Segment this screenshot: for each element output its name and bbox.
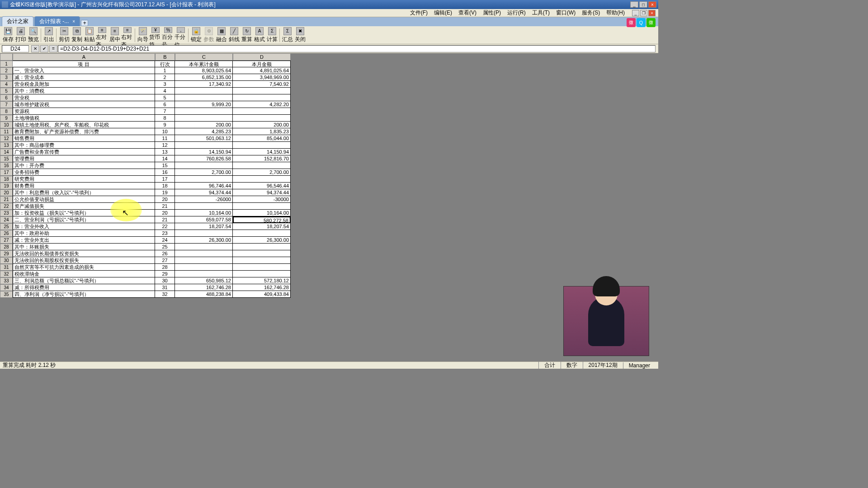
cell-mtd[interactable]	[233, 142, 291, 149]
cell-ytd[interactable]: 760,826.58	[175, 155, 233, 162]
cell-mtd[interactable]	[233, 264, 291, 271]
cell-item[interactable]: 公允价值变动损益	[13, 196, 155, 203]
cell-item[interactable]: 教育费附加、矿产资源补偿费、排污费	[13, 128, 155, 135]
cell-line[interactable]: 20	[155, 196, 175, 203]
cell-ytd[interactable]: 26,300.00	[175, 237, 233, 244]
row-header[interactable]: 29	[0, 250, 13, 257]
cell-item[interactable]: 城镇土地使用税、房产税、车船税、印花税	[13, 122, 155, 128]
cell-ytd[interactable]: 96,746.44	[175, 183, 233, 189]
close-report-button[interactable]: ✖关闭	[294, 27, 307, 43]
cell-ytd[interactable]: 2,700.00	[175, 169, 233, 176]
row-header[interactable]: 35	[0, 291, 13, 298]
cell-line[interactable]: 15	[155, 162, 175, 169]
cell-mtd[interactable]: 200.00	[233, 122, 291, 128]
cell-item[interactable]: 减：所得税费用	[13, 284, 155, 291]
menu-file[interactable]: 文件(F)	[407, 9, 430, 17]
cell-item[interactable]: 自然灾害等不可抗力因素造成的损失	[13, 264, 155, 271]
cell-item[interactable]: 税收滞纳金	[13, 271, 155, 277]
row-header[interactable]: 12	[0, 135, 13, 142]
menu-view[interactable]: 查看(V)	[456, 9, 479, 17]
wechat-icon[interactable]: 微	[646, 18, 656, 27]
cell-mtd[interactable]	[233, 88, 291, 94]
row-header[interactable]: 10	[0, 122, 13, 128]
cell-line[interactable]: 16	[155, 169, 175, 176]
row-header[interactable]: 24	[0, 216, 13, 223]
cell-ytd[interactable]	[175, 115, 233, 122]
header-ytd[interactable]: 本年累计金额	[175, 61, 233, 67]
cell-item[interactable]: 一、营业收入	[13, 67, 155, 74]
menu-service[interactable]: 服务(S)	[579, 9, 603, 17]
col-header-c[interactable]: C	[175, 53, 233, 61]
cell-item[interactable]: 二、营业利润（亏损以"-"号填列）	[13, 216, 155, 223]
row-header[interactable]: 5	[0, 88, 13, 94]
cell-line[interactable]: 4	[155, 88, 175, 94]
cell-line[interactable]: 11	[155, 135, 175, 142]
row-header[interactable]: 31	[0, 264, 13, 271]
cell-mtd[interactable]	[233, 203, 291, 210]
cell-ytd[interactable]: 18,207.54	[175, 223, 233, 230]
row-header[interactable]: 4	[0, 81, 13, 88]
cell-item[interactable]: 销售费用	[13, 135, 155, 142]
cell-mtd[interactable]: 162,746.28	[233, 284, 291, 291]
cell-mtd[interactable]: 580,272.58	[233, 216, 291, 223]
new-tab-button[interactable]: +	[81, 20, 88, 26]
col-header-b[interactable]: B	[155, 53, 175, 61]
cell-mtd[interactable]	[233, 94, 291, 101]
cell-mtd[interactable]: 4,282.20	[233, 101, 291, 108]
row-header[interactable]: 3	[0, 74, 13, 81]
formula-fx-button[interactable]: =	[49, 45, 57, 52]
cell-mtd[interactable]: 4,891,025.64	[233, 67, 291, 74]
cell-mtd[interactable]	[233, 108, 291, 115]
tab-report[interactable]: 会计报表 -...×	[34, 16, 80, 26]
cell-mtd[interactable]: 26,300.00	[233, 237, 291, 244]
row-header[interactable]: 25	[0, 223, 13, 230]
cell-item[interactable]: 营业税	[13, 94, 155, 101]
qq-icon[interactable]: Q	[637, 18, 646, 27]
strike-button[interactable]: ╱斜线	[228, 27, 241, 43]
row-header[interactable]: 20	[0, 189, 13, 196]
cell-ytd[interactable]: 501,063.12	[175, 135, 233, 142]
weibo-icon[interactable]: 微	[627, 18, 636, 27]
formula-cancel-button[interactable]: ✕	[31, 45, 39, 52]
cell-mtd[interactable]: 94,374.44	[233, 189, 291, 196]
wizard-button[interactable]: 🪄向导	[137, 27, 149, 43]
mdi-restore-button[interactable]: ❐	[640, 10, 647, 16]
cell-mtd[interactable]	[233, 271, 291, 277]
row-header[interactable]: 32	[0, 271, 13, 277]
cell-ytd[interactable]: 6,852,135.00	[175, 74, 233, 81]
cell-ytd[interactable]: 488,238.84	[175, 291, 233, 298]
align-center-button[interactable]: ≡居中	[108, 27, 121, 43]
mdi-close-button[interactable]: ×	[648, 10, 656, 16]
cell-mtd[interactable]: 1,835.23	[233, 128, 291, 135]
thousand-button[interactable]: ,千分位	[175, 27, 187, 43]
cell-item[interactable]: 土地增值税	[13, 115, 155, 122]
cell-reference[interactable]: D24	[2, 45, 29, 52]
merge-button[interactable]: ▦融合	[215, 27, 228, 43]
row-header[interactable]: 30	[0, 257, 13, 264]
cell-line[interactable]: 14	[155, 155, 175, 162]
cell-ytd[interactable]: 10,164.00	[175, 210, 233, 216]
cell-item[interactable]: 资源税	[13, 108, 155, 115]
currency-button[interactable]: ¥货币符	[149, 27, 162, 43]
formula-accept-button[interactable]: ✔	[40, 45, 48, 52]
row-header[interactable]: 27	[0, 237, 13, 244]
header-mtd[interactable]: 本月金额	[233, 61, 291, 67]
spreadsheet[interactable]: A B C D 1 项 目 行次 本年累计金额 本月金额 2一、营业收入18,9…	[0, 53, 291, 298]
cell-ytd[interactable]	[175, 257, 233, 264]
cell-ytd[interactable]	[175, 203, 233, 210]
sheet-area[interactable]: A B C D 1 项 目 行次 本年累计金额 本月金额 2一、营业收入18,9…	[0, 53, 658, 364]
cell-mtd[interactable]: 152,816.70	[233, 155, 291, 162]
row-header[interactable]: 15	[0, 155, 13, 162]
cell-line[interactable]: 29	[155, 271, 175, 277]
cell-ytd[interactable]: 14,150.94	[175, 149, 233, 155]
cell-ytd[interactable]: 17,340.92	[175, 81, 233, 88]
cell-line[interactable]: 17	[155, 176, 175, 183]
cell-item[interactable]: 无法收回的长期股权投资损失	[13, 257, 155, 264]
cell-mtd[interactable]: 85,044.00	[233, 135, 291, 142]
menu-tool[interactable]: 工具(T)	[529, 9, 552, 17]
minimize-button[interactable]: _	[630, 1, 638, 8]
cell-mtd[interactable]: 409,433.84	[233, 291, 291, 298]
tab-close-icon[interactable]: ×	[72, 19, 75, 24]
cell-ytd[interactable]	[175, 264, 233, 271]
row-header[interactable]: 16	[0, 162, 13, 169]
